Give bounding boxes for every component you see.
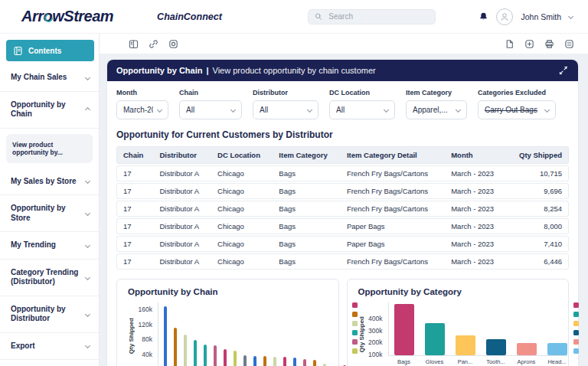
x-tick-label: Gloves: [426, 358, 443, 365]
bar[interactable]: [184, 335, 187, 366]
bar[interactable]: [214, 345, 217, 366]
column-header[interactable]: Item Category: [273, 146, 341, 164]
sidebar-item[interactable]: Export: [0, 333, 99, 361]
y-axis-label: Qty Shipped: [358, 316, 365, 352]
file-icon[interactable]: [505, 39, 514, 49]
chevron-down-icon: [230, 107, 236, 113]
link-icon[interactable]: [149, 39, 158, 49]
user-name[interactable]: John Smith: [521, 12, 561, 21]
print-icon[interactable]: [544, 39, 554, 49]
bar[interactable]: [174, 328, 177, 366]
bar[interactable]: [425, 323, 445, 355]
bar-group: [214, 345, 217, 366]
x-tick-label: Tooth...: [486, 358, 505, 365]
filter-select-chain[interactable]: All: [179, 100, 242, 119]
bar-group: Aprons: [517, 343, 537, 355]
x-tick-label: Bags: [397, 358, 410, 365]
filter-label: DC Location: [329, 89, 395, 96]
sidebar-item[interactable]: Opportunity by Distributor: [0, 296, 99, 333]
table-row[interactable]: 17Distributor AChicagoBagsFrench Fry Bag…: [116, 253, 569, 270]
sidebar-item[interactable]: My Chain Sales: [0, 64, 99, 92]
bar-group: Tooth...: [486, 339, 506, 355]
bar[interactable]: [164, 306, 167, 366]
table-row[interactable]: 17Distributor AChicagoBagsPaper BagsMarc…: [116, 218, 569, 234]
table-row[interactable]: 17Distributor AChicagoBagsFrench Fry Bag…: [116, 183, 569, 199]
column-header[interactable]: Chain: [116, 146, 153, 164]
column-header[interactable]: Item Category Detail: [341, 146, 445, 164]
sidebar-subitem-label: View product opportunity by...: [12, 141, 63, 156]
bar[interactable]: [234, 351, 237, 366]
bar[interactable]: [283, 357, 286, 366]
avatar[interactable]: [496, 8, 513, 25]
bar[interactable]: [547, 343, 567, 355]
bar[interactable]: [517, 343, 537, 355]
column-header[interactable]: Month: [445, 146, 506, 164]
table-cell: Distributor A: [153, 201, 211, 217]
filter-select-distributor[interactable]: All: [253, 100, 318, 119]
bar[interactable]: [293, 358, 296, 366]
column-header[interactable]: Qty Shipped: [507, 146, 569, 164]
sidebar-contents-header[interactable]: Contents: [6, 40, 94, 61]
bar[interactable]: [303, 359, 306, 366]
table-cell: Distributor A: [153, 165, 211, 181]
table-cell: Chicago: [211, 218, 273, 234]
table-cell: French Fry Bags/Cartons: [341, 253, 445, 270]
filter-label: Month: [116, 89, 168, 96]
filter-select-categories-excluded[interactable]: Carry Out Bags: [478, 100, 556, 119]
filter-select-month[interactable]: March-2023: [116, 100, 168, 119]
column-header[interactable]: Distributor: [153, 146, 211, 164]
filter-select-dc-location[interactable]: All: [329, 100, 395, 119]
table-cell: March - 2023: [445, 236, 506, 252]
bar[interactable]: [263, 356, 266, 366]
arrowstream-logo: ArrowStreamArrowStream: [21, 8, 113, 25]
bar-group: [234, 351, 237, 366]
bar[interactable]: [486, 339, 506, 355]
bar[interactable]: [204, 345, 207, 366]
bar[interactable]: [313, 360, 316, 366]
bar[interactable]: [253, 356, 256, 366]
add-icon[interactable]: [524, 39, 534, 49]
search-input[interactable]: [327, 11, 429, 21]
bar-group: [303, 359, 306, 366]
chevron-down-icon: [307, 107, 312, 113]
sidebar-item[interactable]: Category Trending (Distributor): [0, 260, 99, 296]
expand-icon[interactable]: [558, 65, 569, 76]
snapshot-icon[interactable]: [168, 39, 178, 49]
sidebar-item[interactable]: Opportunity by Store: [0, 195, 99, 232]
filter-value: All: [260, 106, 268, 114]
table-cell: Chicago: [211, 201, 273, 217]
table-cell: March - 2023: [445, 218, 506, 234]
bar-group: [253, 356, 256, 366]
chevron-down-icon: [85, 211, 90, 216]
sidebar-item[interactable]: My Sales by Store: [0, 168, 99, 196]
table-row[interactable]: 17Distributor AChicagoBagsPaper BagsMarc…: [116, 236, 569, 252]
y-tick-label: 200k: [368, 339, 382, 346]
sidebar-item[interactable]: My Trending: [0, 232, 99, 260]
bar[interactable]: [194, 340, 197, 366]
sidebar-subitem[interactable]: View product opportunity by...: [6, 134, 93, 163]
notifications-bell-icon[interactable]: [479, 11, 488, 22]
chevron-down-icon: [544, 107, 550, 113]
chevron-down-icon[interactable]: [568, 14, 573, 19]
table-row[interactable]: 17Distributor AChicagoBagsFrench Fry Bag…: [116, 165, 569, 181]
search-box[interactable]: [308, 9, 436, 25]
bar[interactable]: [456, 335, 475, 355]
logo-orbit-icon: o: [44, 8, 53, 25]
bar[interactable]: [273, 357, 276, 366]
sidebar-item-label: My Chain Sales: [11, 73, 67, 83]
table-cell: Chicago: [211, 236, 273, 252]
reader-icon[interactable]: [129, 39, 139, 49]
filter-select-item-category[interactable]: Apparel,...: [406, 100, 467, 119]
sidebar-item-label: Export: [11, 341, 35, 351]
x-tick-label: Aprons: [518, 358, 536, 365]
bar-group: [204, 345, 207, 366]
sidebar-item-label: Category Trending (Distributor): [11, 268, 81, 287]
table-cell: March - 2023: [445, 183, 506, 199]
bar[interactable]: [224, 349, 227, 366]
summary-icon[interactable]: [564, 39, 574, 49]
column-header[interactable]: DC Location: [211, 146, 273, 164]
bar[interactable]: [394, 304, 414, 355]
sidebar-item[interactable]: Opportunity by Chain: [0, 92, 99, 129]
table-row[interactable]: 17Distributor AChicagoBagsFrench Fry Bag…: [116, 201, 569, 217]
bar[interactable]: [243, 355, 247, 366]
